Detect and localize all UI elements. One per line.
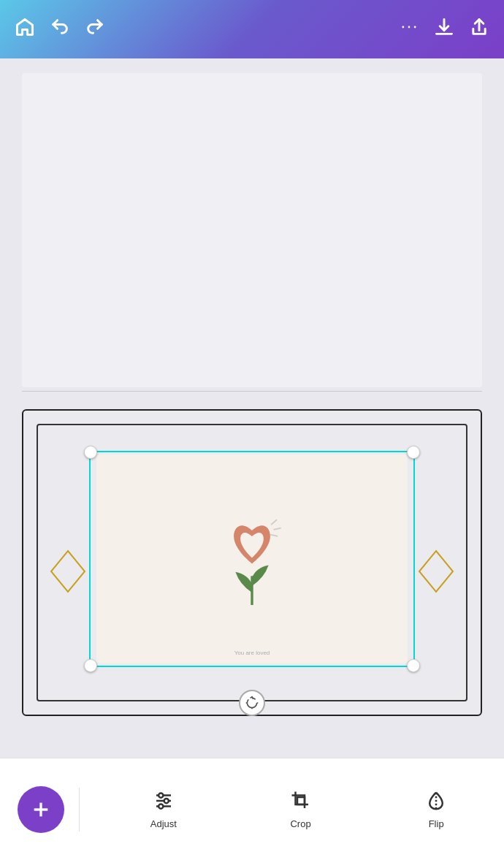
page-divider bbox=[22, 391, 482, 392]
svg-point-0 bbox=[402, 26, 404, 28]
page-top bbox=[22, 73, 482, 387]
crop-handle-bottom-right[interactable] bbox=[407, 659, 420, 672]
add-button[interactable] bbox=[18, 786, 64, 833]
svg-point-16 bbox=[159, 804, 163, 808]
crop-handle-top-right[interactable] bbox=[407, 446, 420, 459]
header-right-controls bbox=[399, 17, 489, 42]
undo-button[interactable] bbox=[50, 17, 70, 42]
redo-button[interactable] bbox=[85, 17, 105, 42]
svg-rect-17 bbox=[297, 797, 305, 804]
bottom-toolbar: Adjust Crop Flip bbox=[0, 758, 504, 860]
diamond-left bbox=[50, 549, 86, 593]
card-outer-border: You are loved bbox=[22, 409, 482, 716]
svg-marker-3 bbox=[51, 551, 85, 592]
adjust-tool[interactable]: Adjust bbox=[150, 789, 177, 829]
share-button[interactable] bbox=[469, 17, 489, 42]
svg-marker-4 bbox=[419, 551, 453, 592]
crop-handle-top-left[interactable] bbox=[84, 446, 97, 459]
header-left-controls bbox=[15, 17, 105, 42]
download-button[interactable] bbox=[434, 17, 454, 42]
flip-icon bbox=[424, 789, 448, 813]
diamond-right bbox=[418, 549, 454, 593]
crop-icon bbox=[289, 789, 313, 813]
home-button[interactable] bbox=[15, 17, 35, 42]
more-button[interactable] bbox=[399, 17, 419, 42]
header bbox=[0, 0, 504, 58]
flip-tool[interactable]: Flip bbox=[424, 789, 448, 829]
flip-label: Flip bbox=[429, 818, 444, 829]
crop-handle-bottom-left[interactable] bbox=[84, 659, 97, 672]
svg-point-15 bbox=[164, 799, 168, 803]
canvas-area bbox=[0, 58, 504, 453]
crop-selection[interactable] bbox=[89, 451, 415, 667]
adjust-label: Adjust bbox=[150, 818, 177, 829]
svg-point-14 bbox=[159, 793, 163, 797]
svg-point-2 bbox=[414, 26, 416, 28]
crop-label: Crop bbox=[290, 818, 310, 829]
toolbar-tools: Adjust Crop Flip bbox=[94, 789, 504, 829]
toolbar-divider bbox=[79, 788, 80, 832]
adjust-icon bbox=[152, 789, 175, 813]
crop-tool[interactable]: Crop bbox=[289, 789, 313, 829]
rotate-button[interactable] bbox=[239, 690, 265, 716]
svg-point-1 bbox=[408, 26, 411, 28]
